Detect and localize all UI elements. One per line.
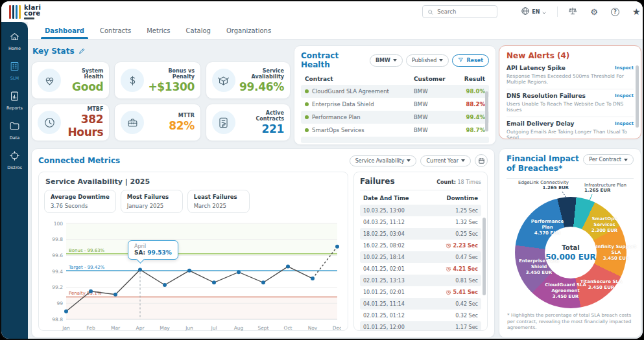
- distros-icon: [9, 150, 20, 164]
- failure-downtime: 0.42 Sec: [455, 301, 478, 307]
- svg-text:Apr: Apr: [136, 325, 145, 331]
- calendar-button[interactable]: [475, 154, 488, 167]
- contract-row[interactable]: Performance PlanBMW99.4%: [301, 111, 489, 124]
- tab-organizations[interactable]: Organizations: [219, 22, 279, 39]
- failure-row[interactable]: 16.02.25, 08:02 2.23 Sec: [360, 240, 481, 251]
- language-label: EN: [532, 9, 540, 15]
- financial-impact-panel: Financial Impact of Breaches* Per Contra…: [499, 148, 641, 338]
- alerts-scrollbar[interactable]: [636, 65, 639, 128]
- failure-downtime: 0.81 Sec: [455, 278, 478, 284]
- sidebar-item-slm[interactable]: SLM: [1, 61, 28, 81]
- failures-scrollbar[interactable]: [483, 218, 486, 295]
- contract-result: 98.0%: [459, 88, 485, 95]
- summary-chip-least-failures: Least FailuresMarch 2025: [187, 190, 250, 213]
- alert-title: Email Delivery Delay: [507, 120, 574, 127]
- failure-time: 18.02.25, 03:04: [363, 231, 405, 237]
- compliance-button[interactable]: [562, 6, 584, 18]
- tab-metrics[interactable]: Metrics: [139, 22, 178, 39]
- tab-catalog[interactable]: Catalog: [178, 22, 219, 39]
- svg-text:Oct: Oct: [284, 325, 292, 331]
- contract-customer: BMW: [414, 88, 459, 95]
- contract-row[interactable]: Enterprise Data ShieldBMW88.2%: [301, 98, 489, 111]
- key-stats-title: Key Stats: [32, 47, 75, 56]
- tab-dashboard[interactable]: Dashboard: [37, 22, 92, 39]
- stat-card-service-avaliability[interactable]: Service Avaliability99.46%: [206, 62, 291, 99]
- sidebar-item-home[interactable]: Home: [1, 31, 28, 51]
- failure-row[interactable]: 04.01.25, 11:140.42 Sec: [360, 298, 481, 310]
- edit-icon[interactable]: [78, 45, 86, 57]
- failure-row[interactable]: 02.01.25, 01:120.32 Sec: [360, 310, 481, 321]
- contract-row-partial: [301, 137, 489, 143]
- svg-text:May: May: [160, 325, 170, 331]
- chip-label: Least Failures: [194, 194, 243, 200]
- svg-text:Target - 99.42%: Target - 99.42%: [68, 265, 105, 270]
- failure-row[interactable]: 10.01.25, 02:01 5.41 Sec: [360, 286, 481, 298]
- per-contract-dropdown[interactable]: Per Contract: [583, 154, 634, 165]
- inspect-link[interactable]: Inspect: [615, 65, 634, 71]
- language-selector[interactable]: EN: [514, 6, 553, 18]
- failure-downtime: 5.41 Sec: [446, 289, 478, 295]
- donut-callout-edgelink: EdgeLink Connectivity1.265 EUR: [508, 180, 569, 190]
- contract-health-title: Contract Health: [301, 51, 370, 69]
- logo-tagline: [24, 17, 34, 19]
- scales-icon: [568, 6, 577, 18]
- alert-title: API Latency Spike: [507, 65, 566, 71]
- contract-table-scrollbar[interactable]: [485, 91, 488, 131]
- app-logo[interactable]: klaricore: [9, 5, 41, 19]
- stat-label: Active Contracts: [239, 110, 284, 122]
- contract-row[interactable]: SmartOps ServicesBMW98.7%: [301, 124, 489, 137]
- sidebar-item-distros[interactable]: Distros: [1, 150, 28, 170]
- failure-time: 02.01.25, 13:13: [363, 278, 405, 284]
- help-button[interactable]: ?: [604, 8, 626, 16]
- failure-row[interactable]: 04.03.25, 11:121.32 Sec: [360, 216, 481, 228]
- gear-icon: ⚙: [590, 8, 598, 16]
- stat-card-mtbf[interactable]: MTBF382 Hours: [31, 104, 110, 141]
- failure-row[interactable]: 01.01.25, 12:001.17 Sec: [360, 321, 481, 331]
- failure-time: 10.02.25, 18:14: [363, 255, 405, 260]
- chart-tooltip: April SA: 99.53%: [128, 240, 178, 260]
- inspect-link[interactable]: Inspect: [615, 121, 634, 126]
- failure-row[interactable]: 02.01.25, 13:130.81 Sec: [360, 275, 481, 286]
- period-dropdown[interactable]: Current Year: [420, 155, 471, 166]
- inspect-link[interactable]: Inspect: [615, 93, 634, 98]
- reset-filters-button[interactable]: Reset: [452, 54, 489, 67]
- sidebar-item-data[interactable]: Data: [1, 120, 28, 141]
- donut-callout-infrastructure: Infrastructure Plan1.265 EUR: [584, 183, 643, 193]
- svg-text:98.8: 98.8: [52, 317, 63, 323]
- customer-filter-dropdown[interactable]: BMW: [370, 54, 403, 67]
- settings-button[interactable]: ⚙: [584, 8, 604, 16]
- failure-time: 04.01.25, 11:14: [363, 301, 405, 307]
- failure-time: 02.01.25, 01:12: [363, 313, 405, 319]
- failure-row[interactable]: 10.03.25, 13:001.25 Sec: [360, 205, 481, 216]
- search-input[interactable]: [437, 8, 493, 15]
- donut-slice-label: Performance Plan4.370 EUR: [526, 219, 569, 236]
- failure-row[interactable]: 18.02.25, 03:040.25 Sec: [360, 228, 481, 240]
- donut-total-label: Total: [562, 244, 579, 251]
- sidebar-item-reports[interactable]: Reports: [1, 91, 28, 111]
- status-filter-dropdown[interactable]: Published: [406, 54, 449, 67]
- top-bar: klaricore EN ⚙ ? ★ JH: [1, 1, 643, 22]
- alert-description: Users Unable To Reach The Website Due To…: [507, 101, 634, 113]
- alerts-title: New Alerts (4): [507, 51, 634, 60]
- stat-card-mttr[interactable]: MTTR82%: [114, 104, 201, 141]
- metric-dropdown[interactable]: Service Availability: [350, 155, 417, 166]
- contract-row[interactable]: CloudGuard SLA AgreementBMW98.0%: [301, 85, 489, 98]
- stat-card-bonus-vs-penalty[interactable]: Bonus vs Penalty+$1300: [114, 62, 201, 99]
- alert-description: Response Times Exceeded 500ms Threshold …: [507, 73, 634, 85]
- favorites-button[interactable]: ★: [626, 7, 644, 16]
- stat-card-active-contracts[interactable]: Active Contracts221: [206, 104, 291, 141]
- slm-icon: [9, 61, 20, 74]
- sidebar-item-label: Home: [8, 46, 21, 51]
- financial-footnote: * Highlights the percentage of total SLA…: [507, 310, 634, 332]
- failures-panel: Failures Count: 18 Times Date And TimeDo…: [353, 172, 488, 331]
- failure-time: 10.01.25, 02:01: [363, 289, 405, 295]
- failure-downtime: 2.23 Sec: [446, 243, 478, 249]
- chip-value: January 2025: [127, 203, 176, 209]
- stat-value: +$1300: [148, 80, 195, 93]
- search-box[interactable]: [422, 5, 497, 18]
- tab-contracts[interactable]: Contracts: [92, 22, 139, 39]
- failure-row[interactable]: 04.01.25, 02:01 4.21 Sec: [360, 263, 481, 275]
- donut-slice-label: SmartOps Services2.300 EUR: [583, 216, 626, 234]
- failure-row[interactable]: 10.02.25, 18:140.47 Sec: [360, 251, 481, 263]
- stat-card-system-health[interactable]: System HealthGood: [31, 62, 110, 99]
